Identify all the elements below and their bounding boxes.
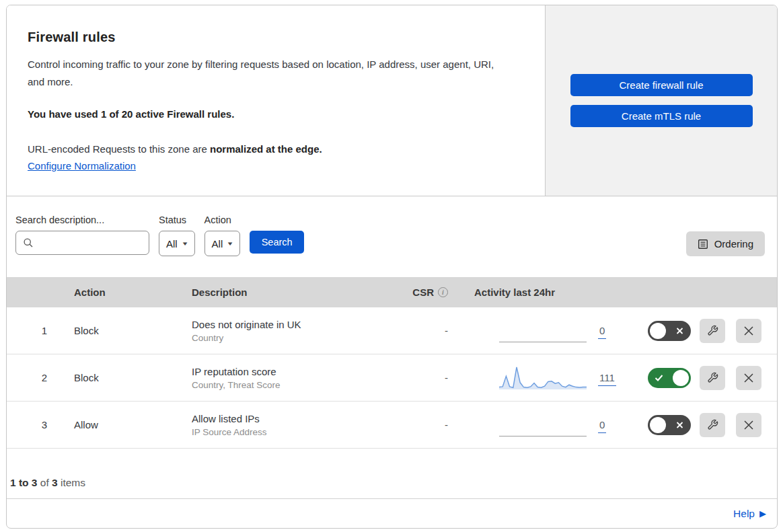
info-icon[interactable]: i	[438, 287, 448, 297]
csr-label: CSR	[412, 287, 434, 298]
rule-action: Block	[67, 372, 182, 383]
hero-actions-panel: Create firewall rule Create mTLS rule	[546, 5, 777, 196]
activity-count-link[interactable]: 0	[598, 325, 606, 339]
search-icon	[23, 237, 34, 248]
rule-csr-value: -	[387, 372, 451, 383]
chevron-down-icon: ▼	[181, 241, 188, 247]
items-total: 3	[52, 477, 58, 488]
search-input[interactable]	[38, 237, 149, 248]
activity-sparkline	[451, 363, 595, 393]
rule-enabled-toggle[interactable]	[648, 321, 691, 341]
edit-rule-button[interactable]	[700, 366, 725, 390]
activity-count-link[interactable]: 0	[598, 419, 606, 433]
close-icon	[743, 373, 754, 383]
table-header: Action Description CSRi Activity last 24…	[7, 277, 777, 307]
action-label: Action	[204, 215, 241, 225]
rule-description: IP reputation score	[192, 366, 387, 377]
rule-action: Allow	[67, 419, 182, 430]
column-header-activity: Activity last 24hr	[451, 287, 595, 298]
check-icon	[655, 374, 663, 381]
page-title: Firewall rules	[28, 30, 525, 45]
action-filter-group: Action All▼	[204, 215, 241, 256]
ordering-button-label: Ordering	[714, 238, 753, 250]
action-dropdown[interactable]: All▼	[204, 231, 241, 256]
items-of: of	[40, 477, 49, 488]
pagination-bar: 1 to 3 of 3 items	[7, 449, 777, 499]
column-header-action: Action	[67, 287, 182, 298]
firewall-rules-panel: Firewall rules Control incoming traffic …	[6, 5, 778, 529]
status-dropdown[interactable]: All▼	[159, 231, 195, 256]
column-header-csr: CSRi	[387, 287, 451, 298]
search-label: Search description...	[15, 215, 149, 225]
create-firewall-rule-button[interactable]: Create firewall rule	[570, 74, 753, 96]
rule-criteria: Country	[192, 333, 387, 343]
activity-sparkline	[451, 414, 595, 436]
status-dropdown-value: All	[166, 238, 178, 250]
rule-criteria: Country, Threat Score	[192, 380, 387, 390]
column-header-description: Description	[182, 287, 387, 298]
search-button[interactable]: Search	[250, 231, 304, 254]
wrench-icon	[707, 419, 718, 430]
rule-priority: 2	[7, 372, 67, 383]
rule-action: Block	[67, 325, 182, 336]
edit-rule-button[interactable]	[700, 319, 725, 343]
search-filter-group: Search description...	[15, 215, 149, 255]
rule-priority: 3	[7, 419, 67, 430]
activity-count-link[interactable]: 111	[598, 372, 616, 386]
wrench-icon	[707, 325, 718, 336]
help-link[interactable]: Help▶	[733, 508, 766, 520]
table-row: 2 Block IP reputation score Country, Thr…	[7, 354, 777, 402]
close-icon	[743, 420, 754, 430]
toggle-knob	[650, 417, 666, 433]
delete-rule-button[interactable]	[736, 366, 761, 390]
table-row: 3 Allow Allow listed IPs IP Source Addre…	[7, 402, 777, 449]
toggle-knob	[650, 323, 666, 339]
normalization-note: URL-encoded Requests to this zone are no…	[28, 141, 525, 158]
rule-criteria: IP Source Address	[192, 427, 387, 437]
rule-description: Allow listed IPs	[192, 413, 387, 424]
status-filter-group: Status All▼	[159, 215, 195, 256]
action-dropdown-value: All	[212, 238, 223, 250]
help-row: Help▶	[7, 499, 777, 528]
rule-description: Does not originate in UK	[192, 319, 387, 330]
page-description: Control incoming traffic to your zone by…	[28, 56, 505, 91]
rule-enabled-toggle[interactable]	[648, 415, 691, 435]
hero-text-block: Firewall rules Control incoming traffic …	[7, 5, 546, 196]
search-box[interactable]	[15, 231, 149, 255]
chevron-down-icon: ▼	[227, 241, 234, 247]
ordering-button[interactable]: Ordering	[686, 231, 765, 256]
usage-summary: You have used 1 of 20 active Firewall ru…	[28, 108, 525, 120]
table-row: 1 Block Does not originate in UK Country…	[7, 307, 777, 354]
status-label: Status	[159, 215, 195, 225]
items-word: items	[61, 477, 85, 488]
edit-rule-button[interactable]	[700, 413, 725, 437]
configure-normalization-link[interactable]: Configure Normalization	[28, 160, 136, 172]
delete-rule-button[interactable]	[736, 319, 761, 343]
rule-priority: 1	[7, 325, 67, 336]
toggle-knob	[673, 370, 689, 386]
help-link-label: Help	[733, 508, 755, 520]
x-icon	[676, 327, 683, 334]
hero-section: Firewall rules Control incoming traffic …	[7, 5, 777, 196]
normalization-note-text: URL-encoded Requests to this zone are	[28, 143, 210, 155]
activity-sparkline	[451, 319, 595, 342]
create-mtls-rule-button[interactable]: Create mTLS rule	[570, 105, 753, 127]
filter-bar: Search description... Status All▼ Action…	[7, 196, 777, 277]
rule-enabled-toggle[interactable]	[648, 368, 691, 388]
wrench-icon	[707, 372, 718, 383]
delete-rule-button[interactable]	[736, 413, 761, 437]
arrow-right-icon: ▶	[759, 508, 766, 519]
ordering-list-icon	[698, 239, 708, 250]
x-icon	[676, 421, 683, 428]
items-range: 1 to 3	[10, 477, 37, 488]
rule-csr-value: -	[387, 419, 451, 430]
items-range-text: 1 to 3 of 3 items	[10, 477, 85, 489]
normalization-note-bold: normalized at the edge.	[210, 143, 322, 155]
rule-csr-value: -	[387, 325, 451, 336]
close-icon	[743, 326, 754, 336]
